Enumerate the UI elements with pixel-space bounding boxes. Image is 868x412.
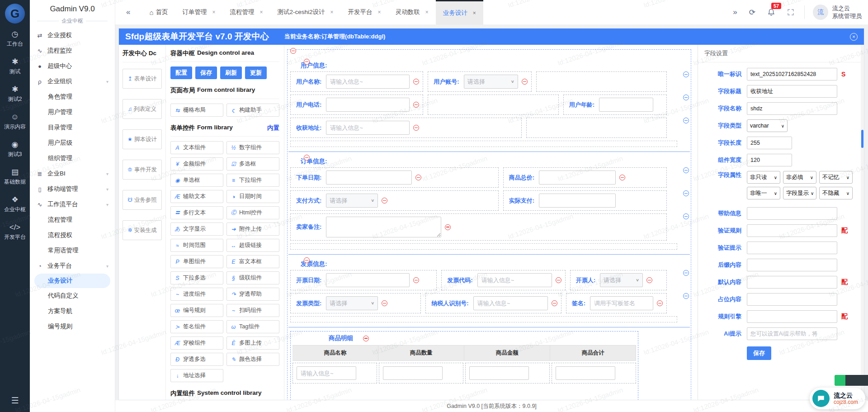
- field-input[interactable]: [590, 296, 653, 310]
- chat-widget[interactable]: 流之云 cojz8.com: [810, 388, 865, 409]
- collapse-row-icon[interactable]: [683, 293, 689, 299]
- component-辅助文本[interactable]: Æ辅助文本: [170, 190, 223, 203]
- field-textarea[interactable]: [326, 217, 441, 237]
- panel-select-字段类型[interactable]: varchar∨: [747, 119, 788, 132]
- field-input[interactable]: [326, 273, 410, 287]
- config-link-默认内容[interactable]: 配: [841, 278, 848, 286]
- notifications-bell-icon[interactable]: 57: [767, 8, 775, 16]
- sidebar-item-方案导航[interactable]: 方案导航: [30, 303, 115, 319]
- subform-input[interactable]: [383, 366, 443, 380]
- sidebar-item-用户管理[interactable]: 用户管理: [30, 104, 115, 120]
- remove-field-icon[interactable]: [413, 79, 419, 85]
- attr-select-非必填[interactable]: 非必填∨: [783, 171, 816, 184]
- app-logo-icon[interactable]: G: [5, 4, 25, 24]
- component-穿透帮助[interactable]: ↷穿透帮助: [226, 288, 279, 301]
- subform-input[interactable]: [469, 366, 529, 380]
- component-多行文本[interactable]: 〓多行文本: [170, 206, 223, 219]
- component-地址选择[interactable]: ↓地址选择: [170, 369, 223, 382]
- menu-toggle-icon[interactable]: ☰: [11, 395, 19, 406]
- component-文字显示[interactable]: あ文字显示: [170, 223, 223, 236]
- builtin-link[interactable]: 内置: [267, 124, 279, 132]
- sidebar-item-目录管理[interactable]: 目录管理: [30, 120, 115, 135]
- rail-item-测试3[interactable]: ◉测试3: [4, 140, 26, 158]
- component-进度组件[interactable]: ~进度组件: [170, 288, 223, 301]
- remove-field-icon[interactable]: [382, 300, 387, 306]
- panel-input-字段名称[interactable]: [747, 102, 837, 115]
- field-select[interactable]: 请选择∨: [464, 75, 518, 89]
- remove-field-icon[interactable]: [556, 277, 561, 283]
- panel-input-字段标题[interactable]: [747, 85, 837, 98]
- remove-field-icon[interactable]: [657, 300, 663, 306]
- panel-input-字段长度[interactable]: [747, 137, 792, 149]
- field-input[interactable]: [477, 273, 552, 287]
- tab-测试2-ceshi2设计[interactable]: 测试2-ceshi2设计×: [270, 0, 341, 25]
- tab-开发平台[interactable]: 开发平台×: [341, 0, 388, 25]
- sidebar-item-超级中心[interactable]: ●超级中心: [30, 58, 115, 74]
- rail-item-演示内容[interactable]: ☺演示内容: [4, 113, 26, 131]
- sidebar-item-企业组织[interactable]: ρ企业组织▾: [30, 74, 115, 89]
- component-Html控件[interactable]: ⒸHtml控件: [226, 206, 279, 219]
- component-栅格布局[interactable]: ⇆栅格布局: [170, 104, 223, 117]
- field-input[interactable]: [473, 296, 548, 310]
- close-tab-icon[interactable]: ×: [260, 9, 263, 15]
- devcenter-button-安装生成[interactable]: ✲安装生成: [123, 220, 162, 240]
- panel-scrollbar-thumb[interactable]: [861, 130, 863, 148]
- rail-item-基础数据[interactable]: ▤基础数据: [4, 168, 26, 186]
- config-link-规则引擎[interactable]: 配: [841, 313, 848, 321]
- component-颜色选择[interactable]: ✎颜色选择: [226, 353, 279, 366]
- panel-input-Ai提示[interactable]: [747, 327, 837, 340]
- component-金额组件[interactable]: ¥金额组件: [170, 157, 223, 170]
- rail-item-测试2[interactable]: ✱测试2: [4, 85, 26, 103]
- tab-业务设计[interactable]: 业务设计×: [436, 0, 483, 25]
- field-select[interactable]: 请选择∨: [326, 194, 378, 208]
- rail-item-测试[interactable]: ✱测试: [4, 57, 26, 76]
- component-下拉组件[interactable]: ≡下拉组件: [226, 174, 279, 187]
- component-多图上传[interactable]: È多图上传: [226, 336, 279, 350]
- remove-field-icon[interactable]: [382, 198, 387, 204]
- sidebar-item-流程管理[interactable]: 流程管理: [30, 212, 115, 227]
- rail-item-工作台[interactable]: ◷工作台: [4, 30, 26, 48]
- component-单选框[interactable]: ◉单选框: [170, 174, 223, 187]
- sidebar-item-组织管理[interactable]: 组织管理: [30, 151, 115, 166]
- collapse-row-icon[interactable]: [683, 71, 689, 77]
- collapse-row-icon[interactable]: [683, 213, 689, 219]
- floating-toolbar[interactable]: [835, 375, 868, 386]
- component-文本组件[interactable]: A文本组件: [170, 141, 223, 154]
- field-select[interactable]: 请选择∨: [326, 296, 378, 310]
- sidebar-item-角色管理[interactable]: 角色管理: [30, 89, 115, 104]
- component-穿梭组件[interactable]: Æ穿梭组件: [170, 336, 223, 350]
- remove-section-icon[interactable]: [304, 155, 310, 161]
- devcenter-button-脚本设计[interactable]: ★脚本设计: [123, 129, 162, 149]
- config-link-唯一标识[interactable]: S: [841, 71, 845, 78]
- remove-form-icon[interactable]: [290, 48, 296, 54]
- sidebar-item-编号规则[interactable]: 编号规则: [30, 319, 115, 334]
- field-input[interactable]: [326, 170, 412, 185]
- sidebar-item-流程授权[interactable]: 流程授权: [30, 227, 115, 243]
- sidebar-item-企业授权[interactable]: ⇄企业授权: [30, 28, 115, 43]
- remove-field-icon[interactable]: [413, 125, 419, 131]
- component-穿透多选[interactable]: Đ穿透多选: [170, 353, 223, 366]
- collapse-row-icon[interactable]: [683, 270, 689, 276]
- close-tab-icon[interactable]: ×: [473, 10, 476, 16]
- config-link-验证规则[interactable]: 配: [841, 227, 848, 235]
- panel-scrollbar[interactable]: [861, 45, 864, 400]
- panel-input-验证规则[interactable]: [747, 224, 837, 237]
- panel-input-后缀内容[interactable]: [747, 259, 837, 271]
- remove-field-icon[interactable]: [619, 175, 625, 180]
- subform-input[interactable]: [556, 366, 615, 380]
- sidebar-item-业务设计[interactable]: 业务设计: [34, 274, 110, 288]
- component-单图组件[interactable]: P单图组件: [170, 255, 223, 268]
- sidebar-item-用户层级[interactable]: 用户层级: [30, 135, 115, 151]
- chat-site-link[interactable]: cojz8.com: [834, 399, 858, 406]
- action-button-配置[interactable]: 配置: [170, 66, 192, 79]
- sidebar-item-常用语管理[interactable]: 常用语管理: [30, 243, 115, 258]
- remove-section-icon[interactable]: [304, 257, 310, 263]
- remove-section-icon[interactable]: [304, 59, 310, 65]
- panel-input-默认内容[interactable]: [747, 276, 837, 289]
- component-Tag组件[interactable]: ωTag组件: [226, 320, 279, 333]
- sidebar-item-移动端管理[interactable]: ▯移动端管理▾: [30, 181, 115, 197]
- attr-select-非只读[interactable]: 非只读∨: [747, 171, 780, 184]
- subform-input[interactable]: [297, 366, 356, 380]
- field-input[interactable]: [326, 121, 410, 135]
- action-button-刷新[interactable]: 刷新: [220, 66, 242, 79]
